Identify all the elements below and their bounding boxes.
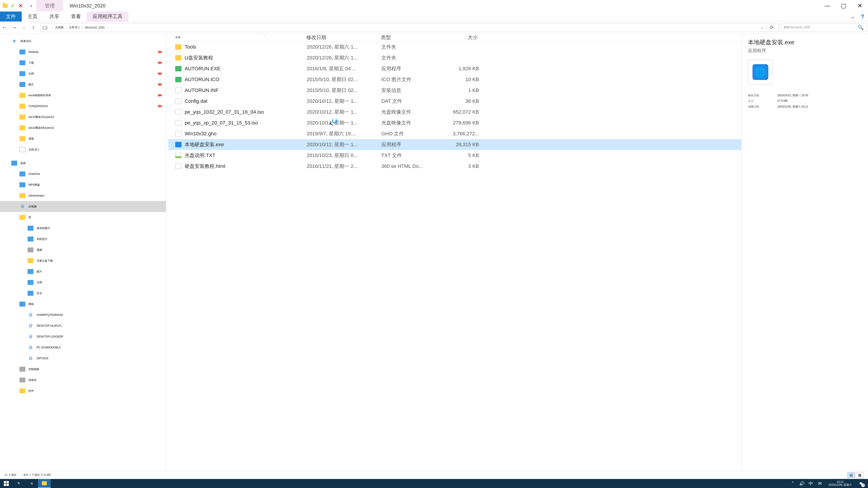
action-center-button[interactable]: 💬2 (856, 479, 866, 488)
tray-app-icon[interactable]: ✉ (815, 479, 825, 488)
delete-icon[interactable]: ✕ (18, 3, 24, 9)
nav-item[interactable]: 音乐 (0, 288, 166, 299)
taskbar-explorer-button[interactable] (38, 479, 51, 488)
tab-view[interactable]: 查看 (65, 11, 87, 22)
nav-item[interactable]: 图片📌 (0, 79, 166, 90)
file-row[interactable]: 本地硬盘安装.exe2020/10/12, 星期一 1...应用程序28,315… (168, 139, 741, 150)
nav-item[interactable]: YUNQISHI2019📌 (0, 101, 166, 111)
file-row[interactable]: 硬盘安装教程.html2016/11/21, 星期一 2...360 se HT… (168, 161, 741, 172)
nav-item[interactable]: 虎观 (0, 133, 166, 144)
nav-item[interactable]: 天翼云盘下载 (0, 255, 166, 266)
refresh-icon[interactable]: ⟳ (767, 25, 776, 31)
nav-item[interactable]: 网络 (0, 299, 166, 310)
column-headers[interactable]: 名称˄ 修改日期 类型 大小 (166, 33, 741, 41)
column-type[interactable]: 类型 (381, 34, 442, 41)
column-name[interactable]: 名称˄ (175, 35, 306, 39)
taskbar-search-button[interactable]: 🔍 (13, 479, 25, 488)
file-row[interactable]: AUTORUN.INF2015/5/10, 星期日 02...安装信息1 KB (168, 85, 741, 96)
file-row[interactable]: Tools2020/12/26, 星期六 1...文件夹 (168, 41, 741, 53)
nav-item[interactable]: Desktop📌 (0, 46, 166, 57)
nav-item[interactable]: 🖥DESKTOP-LSSOEDP (0, 331, 166, 342)
view-thumbnails-button[interactable]: ▦ (856, 472, 864, 478)
nav-item[interactable]: excel表格制作求和📌 (0, 90, 166, 101)
tray-overflow-icon[interactable]: ˄ (788, 479, 797, 488)
ime-indicator[interactable]: 中 (806, 479, 815, 488)
maximize-button[interactable]: ▢ (835, 0, 852, 11)
tab-home[interactable]: 主页 (22, 11, 43, 22)
nav-item[interactable]: 🖥1H4WPFQ7KZ8HU82 (0, 310, 166, 320)
nav-item[interactable]: Administrator (0, 190, 166, 201)
show-desktop-button[interactable] (866, 479, 868, 488)
file-row[interactable]: Win10x32.gho2019/9/7, 星期六 19:...GHO 文件3,… (168, 128, 741, 139)
view-details-button[interactable]: ▤ (847, 472, 855, 478)
search-icon[interactable]: 🔍 (858, 25, 864, 31)
nav-item[interactable]: 视频 (0, 245, 166, 255)
nav-item[interactable]: WPS网盘 (0, 180, 166, 190)
nav-item[interactable]: 文档 (0, 277, 166, 288)
cell-date: 2020/12/26, 星期六 1... (307, 55, 381, 61)
clock[interactable]: 15:12 2020/12/26, 星期六 (825, 481, 856, 486)
nav-up-button[interactable]: ↑ (29, 23, 38, 32)
column-date[interactable]: 修改日期 (306, 34, 381, 41)
file-row[interactable]: Config.dat2020/10/12, 星期一 1...DAT 文件36 K… (168, 96, 741, 107)
nav-item[interactable]: 本机照片 (0, 234, 166, 245)
nav-item[interactable]: 文档 (E:) (0, 144, 166, 155)
system-tray: ˄ 🔊 中 ✉ 15:12 2020/12/26, 星期六 💬2 (788, 479, 868, 488)
nav-item[interactable]: 图片 (0, 266, 166, 277)
tab-app-tools[interactable]: 应用程序工具 (87, 11, 128, 22)
file-rows[interactable]: ↖ Tools2020/12/26, 星期六 1...文件夹U盘安装教程2020… (166, 41, 741, 471)
nav-forward-button[interactable]: → (9, 23, 19, 32)
nav-item[interactable]: 软件 (0, 385, 166, 396)
navigation-pane[interactable]: ★快速访问Desktop📌下载📌文档📌图片📌excel表格制作求和📌YUNQIS… (0, 33, 166, 471)
file-row[interactable]: U盘安装教程2020/12/26, 星期六 1...文件夹 (168, 53, 741, 63)
search-input[interactable]: 搜索"Win10x32_2020" 🔍 (781, 23, 867, 32)
nav-history-dropdown[interactable]: ⌄ (19, 23, 29, 32)
nav-item[interactable]: 🖥PC-20190530OBLA (0, 342, 166, 353)
start-button[interactable] (0, 479, 13, 488)
nav-item[interactable]: 回收站 (0, 375, 166, 385)
nav-back-button[interactable]: ← (0, 23, 9, 32)
column-size[interactable]: 大小 (442, 34, 480, 41)
breadcrumb-2[interactable]: Win10x32_2020› (85, 26, 110, 29)
nav-item[interactable]: 控制面板 (0, 364, 166, 375)
nav-item[interactable]: 🖥ZMT2019 (0, 353, 166, 364)
taskbar[interactable]: 🔍 ⧉ ˄ 🔊 中 ✉ 15:12 2020/12/26, 星期六 💬2 (0, 479, 868, 488)
breadcrumb-root-sep[interactable]: › (50, 26, 55, 29)
file-row[interactable]: pe_yqs_xp_20_07_31_15_53.iso2020/10/12, … (168, 118, 741, 128)
tab-file[interactable]: 文件 (0, 11, 22, 22)
qat-customize-icon[interactable]: ▾ (28, 3, 34, 9)
nav-item[interactable]: 下载📌 (0, 57, 166, 68)
file-row[interactable]: AUTORUN.EXE2016/1/8, 星期五 04:...应用程序1,926… (168, 63, 741, 74)
cell-type: DAT 文件 (381, 98, 442, 105)
task-view-button[interactable]: ⧉ (25, 479, 38, 488)
address-dropdown-icon[interactable]: ⌄ (759, 25, 765, 30)
file-row[interactable]: 光盘说明.TXT2016/10/23, 星期日 0...TXT 文件5 KB (168, 150, 741, 161)
ribbon-expand-icon[interactable]: ⌄ (850, 13, 855, 20)
help-icon[interactable]: ? (861, 13, 864, 20)
close-button[interactable]: ✕ (852, 0, 868, 11)
file-row[interactable]: pe_yqs_1032_20_07_31_16_04.iso2020/10/12… (168, 107, 741, 118)
tab-share[interactable]: 共享 (43, 11, 65, 22)
nav-item-label: 快速访问 (20, 39, 31, 43)
folder-icon[interactable] (2, 3, 8, 9)
nav-item[interactable]: win10重装32位win10 (0, 111, 166, 123)
volume-icon[interactable]: 🔊 (797, 479, 806, 488)
breadcrumb-bar[interactable]: › 此电脑› 文档 (E:)› Win10x32_2020› ⌄ ⟳ (40, 23, 778, 32)
nav-item-label: 文档 (37, 281, 42, 285)
nav-item[interactable]: OneDrive (0, 168, 166, 180)
breadcrumb-0[interactable]: 此电脑› (55, 26, 69, 29)
nav-item[interactable]: 桌面 (0, 158, 166, 168)
properties-icon[interactable]: ✓ (10, 3, 16, 9)
nav-item[interactable]: 保存的图片 (0, 223, 166, 234)
nav-item[interactable]: 库 (0, 212, 166, 223)
nav-item[interactable]: 🖥DESKTOP-HL0PLFL (0, 320, 166, 331)
breadcrumb-1[interactable]: 文档 (E:)› (69, 26, 85, 29)
cell-date: 2020/10/12, 星期一 1... (307, 109, 381, 116)
nav-item-label: DESKTOP-LSSOEDP (37, 335, 63, 338)
file-row[interactable]: AUTORUN.ICO2015/5/10, 星期日 02...ICO 图片文件1… (168, 74, 741, 85)
nav-item[interactable]: 🖥此电脑 (0, 201, 166, 212)
minimize-button[interactable]: — (819, 0, 835, 11)
nav-item[interactable]: win10重装64位win10 (0, 123, 166, 133)
nav-item[interactable]: ★快速访问 (0, 36, 166, 46)
nav-item[interactable]: 文档📌 (0, 68, 166, 79)
